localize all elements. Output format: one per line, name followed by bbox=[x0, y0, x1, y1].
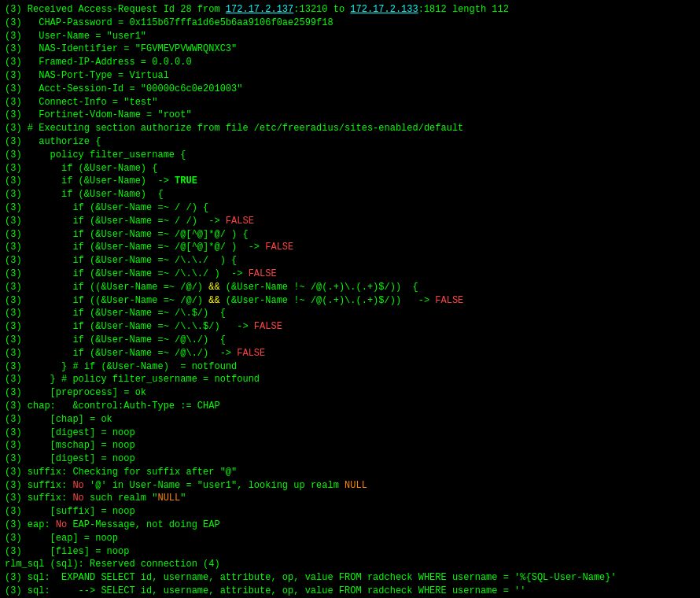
terminal-line: (3) suffix: No '@' in User-Name = "user1… bbox=[5, 479, 695, 493]
terminal-line: (3) if (&User-Name =~ /\.\.$/) -> FALSE bbox=[5, 320, 695, 334]
terminal-line: (3) eap: No EAP-Message, not doing EAP bbox=[5, 519, 695, 532]
terminal-line: (3) if (&User-Name) { bbox=[5, 188, 695, 201]
terminal-line: (3) if (&User-Name =~ / /) { bbox=[5, 201, 695, 215]
terminal-line: (3) [chap] = ok bbox=[5, 413, 695, 426]
terminal-line: (3) chap: &control:Auth-Type := CHAP bbox=[5, 400, 695, 413]
terminal-line: (3) # Executing section authorize from f… bbox=[5, 122, 695, 135]
terminal-line: (3) Acct-Session-Id = "00000c6c0e201003" bbox=[5, 83, 695, 96]
terminal-line: (3) authorize { bbox=[5, 135, 695, 149]
terminal-line: (3) [suffix] = noop bbox=[5, 505, 695, 519]
terminal-line: (3) if (&User-Name =~ /@\./) { bbox=[5, 334, 695, 347]
terminal-line: (3) Connect-Info = "test" bbox=[5, 96, 695, 109]
terminal-line: (3) CHAP-Password = 0x115b67fffa1d6e5b6a… bbox=[5, 17, 695, 30]
terminal-line: (3) [digest] = noop bbox=[5, 426, 695, 440]
terminal-line: (3) NAS-Identifier = "FGVMEVPVWWRQNXC3" bbox=[5, 42, 695, 56]
terminal-line: (3) [mschap] = noop bbox=[5, 439, 695, 452]
terminal-line: (3) [files] = noop bbox=[5, 545, 695, 559]
terminal-line: (3) Received Access-Request Id 28 from 1… bbox=[5, 3, 695, 17]
terminal-line: (3) if ((&User-Name =~ /@/) && (&User-Na… bbox=[5, 294, 695, 308]
terminal-line: (3) if (&User-Name =~ /@[^@]*@/ ) { bbox=[5, 228, 695, 242]
terminal-line: (3) if (&User-Name =~ /\.$/) { bbox=[5, 307, 695, 320]
terminal-line: (3) if (&User-Name =~ /@[^@]*@/ ) -> FAL… bbox=[5, 241, 695, 254]
terminal-line: (3) suffix: No such realm "NULL" bbox=[5, 492, 695, 505]
terminal-line: (3) suffix: Checking for suffix after "@… bbox=[5, 466, 695, 479]
terminal-line: (3) sql: EXPAND SELECT id, username, att… bbox=[5, 571, 695, 585]
terminal-line: (3) sql: --> SELECT id, username, attrib… bbox=[5, 585, 695, 598]
terminal-line: (3) policy filter_username { bbox=[5, 149, 695, 162]
terminal-line: (3) if (&User-Name) -> TRUE bbox=[5, 175, 695, 188]
terminal-line: (3) } # if (&User-Name) = notfound bbox=[5, 360, 695, 374]
terminal-line: (3) NAS-Port-Type = Virtual bbox=[5, 69, 695, 83]
terminal-line: (3) if (&User-Name =~ /\.\./ ) -> FALSE bbox=[5, 268, 695, 281]
terminal-line: (3) if (&User-Name =~ / /) -> FALSE bbox=[5, 215, 695, 228]
terminal-line: (3) [eap] = noop bbox=[5, 532, 695, 545]
terminal-line: (3) [preprocess] = ok bbox=[5, 386, 695, 400]
terminal-line: (3) [digest] = noop bbox=[5, 452, 695, 466]
terminal-line: (3) if ((&User-Name =~ /@/) && (&User-Na… bbox=[5, 281, 695, 294]
terminal-line: rlm_sql (sql): Reserved connection (4) bbox=[5, 558, 695, 571]
terminal-line: (3) } # policy filter_username = notfoun… bbox=[5, 373, 695, 386]
terminal-line: (3) Framed-IP-Address = 0.0.0.0 bbox=[5, 56, 695, 69]
terminal-window: (3) Received Access-Request Id 28 from 1… bbox=[0, 0, 700, 598]
terminal-line: (3) Fortinet-Vdom-Name = "root" bbox=[5, 109, 695, 122]
terminal-line: (3) if (&User-Name =~ /\.\./ ) { bbox=[5, 254, 695, 268]
terminal-line: (3) User-Name = "user1" bbox=[5, 30, 695, 43]
terminal-line: (3) if (&User-Name =~ /@\./) -> FALSE bbox=[5, 347, 695, 360]
terminal-line: (3) if (&User-Name) { bbox=[5, 162, 695, 175]
